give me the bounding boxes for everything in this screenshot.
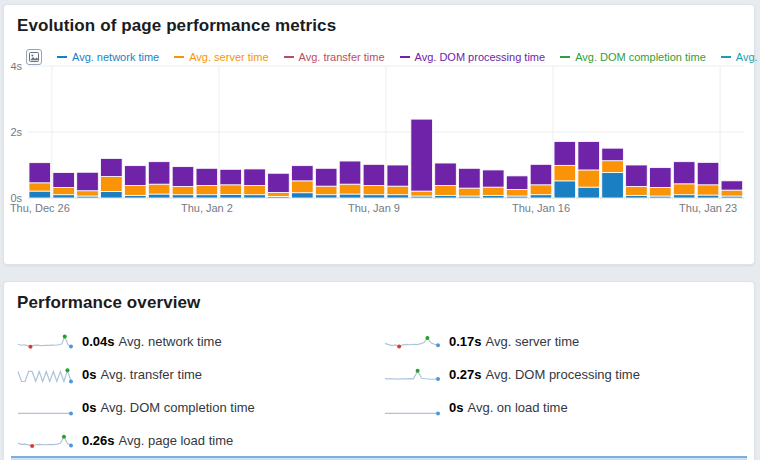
metric-label: Avg. network time xyxy=(119,334,222,349)
bar-segment-avg-network-time-jan-2 xyxy=(220,194,242,198)
bar-segment-avg-dom-processing-time-jan-17 xyxy=(578,142,600,170)
bar-segment-avg-server-time-jan-18 xyxy=(602,161,624,173)
legend-item-avg-on-load-time[interactable]: Avg. on load time xyxy=(721,51,760,63)
legend-dash-icon xyxy=(400,56,410,58)
bar-segment-avg-dom-processing-time-jan-18 xyxy=(602,148,624,161)
last-value-dot xyxy=(69,411,73,415)
bar-segment-avg-server-time-jan-11 xyxy=(435,185,457,195)
bar-segment-avg-server-time-jan-9 xyxy=(387,186,409,195)
bar-segment-avg-server-time-jan-19 xyxy=(626,186,648,195)
legend-dash-icon xyxy=(560,56,570,58)
legend-label: Avg. on load time xyxy=(736,51,760,63)
metric-text: 0.27sAvg. DOM processing time xyxy=(449,367,640,382)
bar-segment-avg-network-time-dec-30 xyxy=(148,194,170,198)
metric-text: 0.26sAvg. page load time xyxy=(82,433,233,448)
bar-segment-avg-server-time-jan-13 xyxy=(482,187,504,195)
last-value-dot xyxy=(436,343,440,347)
bar-segment-avg-network-time-jan-5 xyxy=(292,193,314,198)
sparkline-avg-on-load-time xyxy=(384,396,440,418)
bar-segment-avg-server-time-jan-6 xyxy=(315,186,337,195)
max-value-dot xyxy=(416,369,420,373)
overview-panel: Performance overview 0.04sAvg. network t… xyxy=(3,281,755,460)
bar-segment-avg-dom-processing-time-dec-30 xyxy=(148,162,170,184)
sparkline-avg-server-time xyxy=(384,330,440,352)
bar-segment-avg-network-time-dec-26 xyxy=(53,195,75,198)
legend-item-avg-transfer-time[interactable]: Avg. transfer time xyxy=(284,51,385,63)
bar-segment-avg-network-time-jan-21 xyxy=(673,195,695,198)
bar-segment-avg-server-time-jan-5 xyxy=(292,181,314,193)
bar-segment-avg-network-time-jan-3 xyxy=(244,195,266,198)
metrics-column-left: 0.04sAvg. network time0sAvg. transfer ti… xyxy=(17,330,374,451)
bar-segment-avg-server-time-jan-16 xyxy=(554,165,576,181)
bar-segment-avg-network-time-jan-16 xyxy=(554,181,576,198)
sparkline-avg-dom-completion-time xyxy=(17,396,73,418)
bar-segment-avg-dom-processing-time-dec-26 xyxy=(53,173,75,188)
bar-segment-avg-server-time-jan-1 xyxy=(196,185,218,194)
bar-segment-avg-dom-processing-time-jan-7 xyxy=(339,161,361,184)
legend-item-avg-network-time[interactable]: Avg. network time xyxy=(57,51,159,63)
bar-segment-avg-server-time-jan-10 xyxy=(411,191,433,196)
bar-segment-avg-server-time-jan-4 xyxy=(268,192,290,196)
bar-segment-avg-server-time-jan-8 xyxy=(363,185,385,194)
metric-label: Avg. server time xyxy=(486,334,580,349)
sparkline-avg-network-time xyxy=(17,330,73,352)
bar-segment-avg-dom-processing-time-dec-29 xyxy=(124,166,146,186)
image-icon xyxy=(29,52,39,62)
bar-segment-avg-dom-processing-time-jan-8 xyxy=(363,164,385,185)
bar-segment-avg-network-time-dec-28 xyxy=(101,191,123,198)
bar-segment-avg-server-time-jan-21 xyxy=(673,184,695,195)
sparkline-avg-page-load-time xyxy=(17,429,73,451)
max-value-dot xyxy=(425,336,429,340)
metric-text: 0sAvg. DOM completion time xyxy=(82,400,255,415)
metric-value: 0.26s xyxy=(82,433,115,448)
sparkline-avg-dom-processing-time xyxy=(384,363,440,385)
last-value-dot xyxy=(69,345,73,349)
legend-item-avg-server-time[interactable]: Avg. server time xyxy=(174,51,268,63)
bar-segment-avg-network-time-jan-7 xyxy=(339,194,361,198)
bar-segment-avg-dom-processing-time-jan-5 xyxy=(292,166,314,181)
metric-row-avg-page-load-time: 0.26sAvg. page load time xyxy=(17,429,374,451)
min-value-dot xyxy=(397,344,401,348)
last-value-dot xyxy=(436,377,440,381)
bar-segment-avg-dom-processing-time-jan-16 xyxy=(554,142,576,166)
bar-segment-avg-network-time-jan-1 xyxy=(196,195,218,198)
bar-segment-avg-server-time-jan-12 xyxy=(459,188,481,196)
metric-value: 0s xyxy=(449,400,463,415)
sparkline-avg-transfer-time xyxy=(17,363,73,385)
x-axis-tick-label: Thu, Jan 23 xyxy=(679,202,737,214)
metric-row-avg-dom-completion-time: 0sAvg. DOM completion time xyxy=(17,396,374,418)
metric-label: Avg. DOM completion time xyxy=(100,400,254,415)
legend-dash-icon xyxy=(57,56,67,58)
last-value-dot xyxy=(69,379,73,383)
bar-segment-avg-server-time-jan-15 xyxy=(530,185,552,195)
bar-segment-avg-server-time-jan-3 xyxy=(244,185,266,194)
bar-segment-avg-dom-processing-time-jan-19 xyxy=(626,165,648,186)
legend-dash-icon xyxy=(174,56,184,58)
bar-segment-avg-dom-processing-time-dec-31 xyxy=(172,167,194,187)
bar-segment-avg-dom-processing-time-jan-22 xyxy=(697,162,719,184)
metric-label: Avg. page load time xyxy=(119,433,234,448)
legend-label: Avg. network time xyxy=(72,51,159,63)
bar-segment-avg-dom-processing-time-jan-15 xyxy=(530,164,552,184)
evolution-panel-title: Evolution of page performance metrics xyxy=(17,16,336,36)
bar-segment-avg-network-time-dec-31 xyxy=(172,195,194,198)
evolution-panel: Evolution of page performance metrics Av… xyxy=(3,4,755,265)
bar-segment-avg-server-time-dec-31 xyxy=(172,186,194,194)
y-axis-tick-label: 2s xyxy=(10,126,22,138)
bar-segment-avg-dom-processing-time-jan-6 xyxy=(315,168,337,186)
legend-item-avg-dom-processing-time[interactable]: Avg. DOM processing time xyxy=(400,51,546,63)
min-value-dot xyxy=(30,444,34,448)
bar-segment-avg-server-time-dec-28 xyxy=(101,177,123,192)
legend-item-avg-dom-completion-time[interactable]: Avg. DOM completion time xyxy=(560,51,706,63)
bar-segment-avg-server-time-jan-23 xyxy=(721,190,743,196)
legend-dash-icon xyxy=(721,56,731,58)
bar-segment-avg-dom-processing-time-jan-23 xyxy=(721,181,743,190)
x-axis-tick-label: Thu, Jan 2 xyxy=(181,202,233,214)
evolution-chart: 0s2s4sThu, Dec 26Thu, Jan 2Thu, Jan 9Thu… xyxy=(4,63,756,223)
bar-segment-avg-dom-processing-time-jan-21 xyxy=(673,162,695,184)
bar-segment-avg-server-time-dec-25 xyxy=(29,183,51,191)
metric-row-avg-dom-processing-time: 0.27sAvg. DOM processing time xyxy=(384,363,741,385)
bar-segment-avg-server-time-jan-17 xyxy=(578,170,600,187)
bar-segment-avg-dom-processing-time-jan-20 xyxy=(650,168,672,188)
bar-segment-avg-dom-processing-time-dec-27 xyxy=(77,172,99,190)
